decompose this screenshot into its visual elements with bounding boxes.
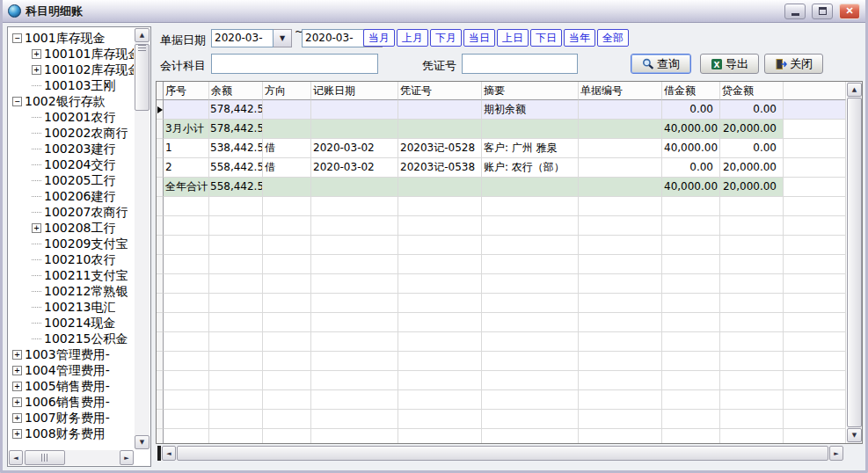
quick-date-button-全部[interactable]: 全部: [597, 29, 629, 47]
table-cell[interactable]: [579, 178, 662, 197]
scroll-track[interactable]: [65, 450, 120, 465]
table-cell[interactable]: [263, 100, 311, 120]
expand-icon[interactable]: +: [32, 49, 41, 59]
column-header[interactable]: 序号: [164, 82, 209, 100]
tree-item[interactable]: 100210农行: [9, 251, 134, 267]
tree-item[interactable]: +100101库存现金: [9, 46, 134, 62]
tree-vscroll-thumb[interactable]: [135, 44, 150, 111]
table-cell[interactable]: 20203记-0538: [398, 158, 482, 178]
table-cell[interactable]: 借: [263, 139, 311, 158]
tree-item[interactable]: −1001库存现金: [9, 30, 134, 46]
tree-item[interactable]: +100208工行: [9, 220, 134, 236]
column-header[interactable]: 方向: [263, 82, 311, 100]
table-cell[interactable]: 578,442.53: [209, 120, 263, 139]
quick-date-button-下月[interactable]: 下月: [430, 29, 462, 47]
tree-item[interactable]: +100102库存现金: [9, 62, 134, 77]
table-cell[interactable]: 578,442.53: [209, 100, 263, 120]
tree-item[interactable]: 100103王刚: [9, 77, 134, 93]
table-cell[interactable]: [579, 158, 662, 178]
table-cell[interactable]: [482, 178, 579, 197]
table-cell[interactable]: 538,442.53: [209, 139, 263, 158]
table-cell[interactable]: 20203记-0528: [398, 139, 482, 158]
table-row[interactable]: 1538,442.53借2020-03-0220203记-0528客户: 广州 …: [157, 139, 846, 158]
table-cell[interactable]: 0.00: [720, 100, 784, 120]
table-cell[interactable]: [398, 120, 482, 139]
expand-icon[interactable]: +: [32, 223, 41, 233]
table-cell[interactable]: 期初余额: [482, 100, 579, 120]
tree-item[interactable]: +1006销售费用-: [9, 394, 134, 410]
date-from-combo[interactable]: 2020-03-01 ▼: [211, 29, 292, 47]
minimize-button[interactable]: [784, 4, 806, 19]
table-cell[interactable]: [482, 120, 579, 139]
quick-date-button-当月[interactable]: 当月: [363, 29, 395, 47]
query-button[interactable]: 查询: [631, 54, 691, 74]
grid-vscroll-thumb[interactable]: [847, 98, 862, 427]
scroll-right-icon[interactable]: ►: [829, 446, 843, 461]
expand-icon[interactable]: +: [12, 429, 22, 439]
grid-vertical-scrollbar[interactable]: ▲ ▼: [847, 82, 862, 443]
table-cell[interactable]: [311, 120, 398, 139]
tree-item[interactable]: 100206建行: [9, 188, 134, 204]
expand-icon[interactable]: +: [12, 382, 22, 391]
column-header[interactable]: 余额: [209, 82, 263, 100]
table-cell[interactable]: [398, 178, 482, 197]
subject-input[interactable]: [211, 54, 378, 74]
quick-date-button-当年[interactable]: 当年: [564, 29, 595, 47]
collapse-icon[interactable]: −: [12, 97, 22, 106]
table-cell[interactable]: 40,000.00: [662, 178, 720, 197]
column-header[interactable]: 摘要: [482, 82, 579, 100]
tree-item[interactable]: +1004管理费用-: [9, 362, 134, 378]
table-cell[interactable]: 客户: 广州 雅泉: [482, 139, 579, 158]
scroll-down-icon[interactable]: ▼: [847, 428, 862, 442]
tree-hscroll-thumb[interactable]: [25, 450, 65, 465]
table-cell[interactable]: 20,000.00: [720, 120, 784, 139]
scroll-down-icon[interactable]: ▼: [135, 435, 150, 449]
expand-icon[interactable]: +: [12, 397, 22, 407]
scroll-up-icon[interactable]: ▲: [135, 28, 150, 42]
tree-item[interactable]: 100205工行: [9, 172, 134, 188]
column-header[interactable]: 单据编号: [579, 82, 662, 100]
table-cell[interactable]: [311, 178, 398, 197]
table-cell[interactable]: [164, 100, 209, 120]
tree-item[interactable]: 100202农商行: [9, 125, 134, 141]
tree-item[interactable]: 100212常熟银: [9, 283, 134, 299]
tree-item[interactable]: 100201农行: [9, 109, 134, 125]
grid-hscroll-thumb[interactable]: [177, 446, 828, 461]
table-cell[interactable]: 40,000.00: [662, 120, 720, 139]
scroll-right-icon[interactable]: ►: [120, 450, 134, 465]
tree-item[interactable]: +1005销售费用-: [9, 378, 134, 394]
table-cell[interactable]: 40,000.00: [662, 139, 720, 158]
close-form-button[interactable]: 关闭: [764, 54, 823, 74]
table-cell[interactable]: 0.00: [662, 158, 720, 178]
scroll-left-icon[interactable]: ◄: [162, 446, 176, 461]
table-cell[interactable]: 558,442.53: [209, 178, 263, 197]
date-to-value[interactable]: 2020-03-14: [302, 29, 364, 47]
quick-date-button-上日[interactable]: 上日: [497, 29, 529, 47]
table-cell[interactable]: 20,000.00: [720, 158, 784, 178]
close-button[interactable]: ✕: [839, 4, 860, 19]
table-cell[interactable]: [579, 120, 662, 139]
column-header[interactable]: 贷金额: [720, 82, 784, 100]
quick-date-button-上月[interactable]: 上月: [397, 29, 428, 47]
table-cell[interactable]: 0.00: [662, 100, 720, 120]
date-from-value[interactable]: 2020-03-01: [211, 29, 274, 47]
tree-item[interactable]: 100207农商行: [9, 204, 134, 220]
table-cell[interactable]: 1: [164, 139, 209, 158]
table-cell[interactable]: 2: [164, 158, 209, 178]
scroll-up-icon[interactable]: ▲: [847, 83, 862, 97]
table-row[interactable]: 全年合计558,442.5340,000.0020,000.00: [157, 178, 846, 197]
quick-date-button-下日[interactable]: 下日: [530, 29, 562, 47]
table-cell[interactable]: 2020-03-02: [311, 158, 398, 178]
tree-item[interactable]: 100209支付宝: [9, 236, 134, 251]
collapse-icon[interactable]: −: [12, 33, 22, 43]
splitter-handle[interactable]: [157, 446, 161, 461]
column-header[interactable]: 记账日期: [311, 82, 398, 100]
column-header[interactable]: 凭证号: [398, 82, 482, 100]
tree-item[interactable]: 100204交行: [9, 156, 134, 172]
table-cell[interactable]: 0.00: [720, 139, 784, 158]
expand-icon[interactable]: +: [32, 65, 41, 75]
tree-item[interactable]: −1002银行存款: [9, 93, 134, 109]
table-cell[interactable]: 全年合计: [164, 178, 209, 197]
tree-item[interactable]: 100203建行: [9, 141, 134, 156]
table-cell[interactable]: 借: [263, 158, 311, 178]
